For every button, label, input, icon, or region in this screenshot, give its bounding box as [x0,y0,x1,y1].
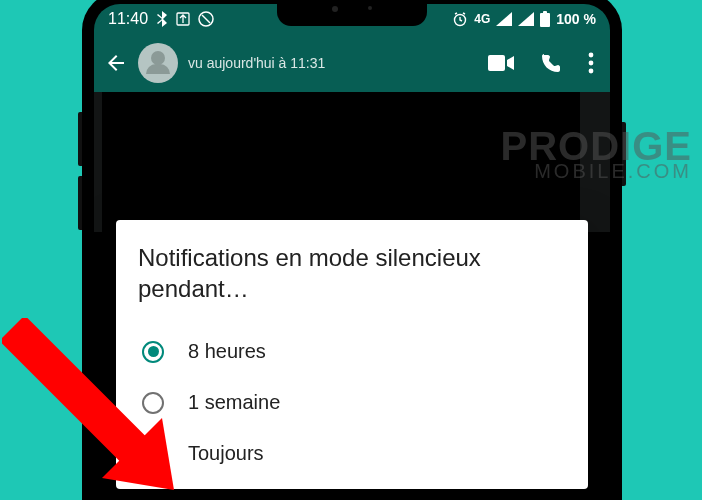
back-icon[interactable] [104,51,128,75]
signal-icon-1 [496,12,512,26]
network-type: 4G [474,12,490,26]
sensor-dot [368,6,372,10]
more-icon[interactable] [588,52,594,74]
radio-option-1-week[interactable]: 1 semaine [138,377,566,428]
notch [277,4,427,26]
svg-point-8 [589,69,594,74]
speaker-dot [332,6,338,12]
svg-point-6 [589,53,594,58]
radio-option-always[interactable]: Toujours [138,428,566,479]
radio-label: 1 semaine [188,391,280,414]
chat-header: vu aujourd'hui à 11:31 [94,34,610,92]
volume-up-button [78,112,82,166]
svg-point-7 [589,61,594,66]
bluetooth-icon [156,11,168,27]
signal-icon-2 [518,12,534,26]
last-seen-label: vu aujourd'hui à 11:31 [188,55,478,71]
svg-rect-4 [543,11,547,14]
radio-label: Toujours [188,442,264,465]
watermark-brand: PRODIGE [501,128,692,164]
contact-info[interactable]: vu aujourd'hui à 11:31 [188,55,478,71]
radio-option-8-hours[interactable]: 8 heures [138,326,566,377]
svg-rect-3 [540,13,550,27]
no-sim-icon [198,11,214,27]
svg-rect-5 [488,55,505,71]
voice-call-icon[interactable] [540,52,562,74]
alarm-icon [452,11,468,27]
status-time: 11:40 [108,10,148,28]
avatar[interactable] [138,43,178,83]
watermark: PRODIGE MOBILE.COM [501,128,692,183]
usb-icon [176,12,190,26]
battery-percent: 100 % [556,11,596,27]
dialog-title: Notifications en mode silencieux pendant… [138,242,566,304]
video-call-icon[interactable] [488,54,514,72]
radio-label: 8 heures [188,340,266,363]
annotation-arrow [2,318,192,500]
volume-down-button [78,176,82,230]
battery-icon [540,11,550,27]
